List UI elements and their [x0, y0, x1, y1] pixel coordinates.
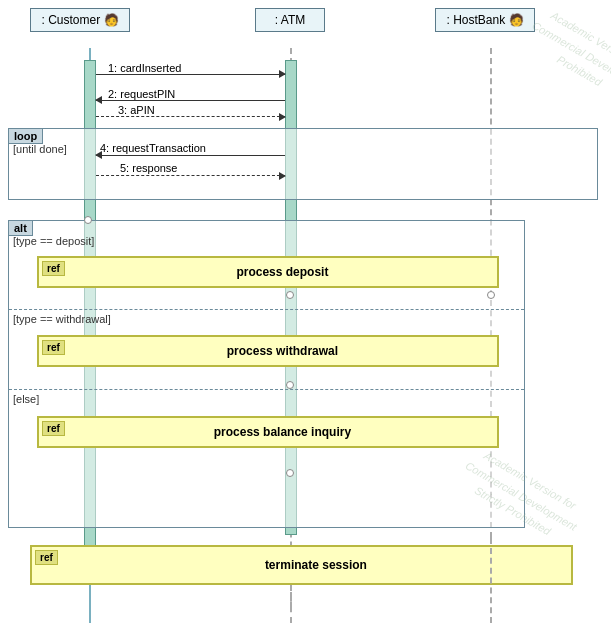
message-2: [96, 100, 285, 101]
alt-divider-1: [9, 309, 524, 310]
message-5: [96, 175, 285, 176]
message-4: [96, 155, 285, 156]
ref-terminate-text: terminate session: [61, 558, 571, 572]
alt-guard-1: [type == deposit]: [13, 235, 94, 247]
message-1: [96, 74, 285, 75]
ref-deposit-label: ref: [42, 261, 65, 276]
lifeline-customer-bottom: [89, 585, 91, 623]
fragment-loop: loop [until done]: [8, 128, 598, 200]
circle-alt-top: [84, 216, 92, 224]
ref-withdrawal-label: ref: [42, 340, 65, 355]
alt-guard-3: [else]: [13, 393, 39, 405]
alt-divider-2: [9, 389, 524, 390]
ref-deposit-text: process deposit: [68, 265, 497, 279]
fragment-alt: alt [type == deposit] ref process deposi…: [8, 220, 525, 528]
actor-customer-icon: 🧑: [104, 13, 119, 27]
ref-terminate-label: ref: [35, 550, 58, 565]
actor-customer: : Customer 🧑: [30, 8, 130, 32]
message-1-label: 1: cardInserted: [108, 62, 181, 74]
ref-balance: ref process balance inquiry: [37, 416, 499, 448]
actor-hostbank: : HostBank 🧑: [435, 8, 535, 32]
ref-withdrawal-text: process withdrawal: [68, 344, 497, 358]
actor-atm: : ATM: [255, 8, 325, 32]
ref-withdrawal: ref process withdrawal: [37, 335, 499, 367]
alt-guard-2: [type == withdrawal]: [13, 313, 111, 325]
diagram-container: Academic Version forCommercial Developme…: [0, 0, 611, 623]
lifeline-hostbank-bottom: [490, 538, 492, 623]
fragment-loop-guard: [until done]: [13, 143, 67, 155]
message-5-label: 5: response: [120, 162, 177, 174]
message-4-label: 4: requestTransaction: [100, 142, 206, 154]
message-3: [96, 116, 285, 117]
ref-balance-label: ref: [42, 421, 65, 436]
actor-customer-label: : Customer: [41, 13, 100, 27]
circle-atm-alt3: [286, 469, 294, 477]
actor-hostbank-label: : HostBank: [446, 13, 505, 27]
circle-atm-alt2: [286, 381, 294, 389]
circle-hostbank-alt: [487, 291, 495, 299]
actor-atm-label: : ATM: [275, 13, 305, 27]
watermark: Academic Version forCommercial Developme…: [432, 0, 611, 247]
lifeline-atm-bottom: [290, 585, 292, 623]
circle-atm-alt: [286, 291, 294, 299]
message-3-label: 3: aPIN: [118, 104, 155, 116]
ref-balance-text: process balance inquiry: [68, 425, 497, 439]
message-2-label: 2: requestPIN: [108, 88, 175, 100]
fragment-loop-label: loop: [8, 128, 43, 144]
fragment-alt-label: alt: [8, 220, 33, 236]
ref-deposit: ref process deposit: [37, 256, 499, 288]
actor-hostbank-icon: 🧑: [509, 13, 524, 27]
